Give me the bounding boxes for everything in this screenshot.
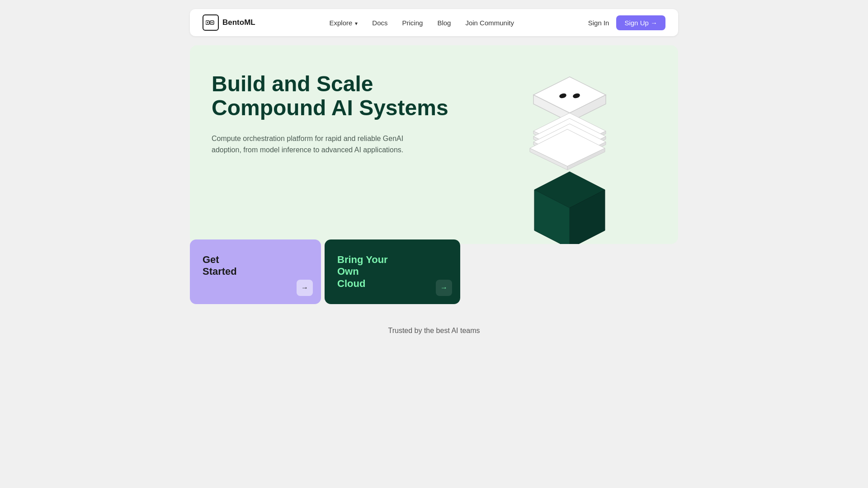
- explore-chevron-icon: [354, 19, 358, 27]
- hero-section: Build and Scale Compound AI Systems Comp…: [190, 45, 678, 244]
- nav-explore[interactable]: Explore: [329, 19, 358, 27]
- arrow-right-icon: →: [440, 284, 448, 292]
- hero-title: Build and Scale Compound AI Systems: [212, 72, 465, 120]
- nav-links: Explore Docs Pricing Blog Join Community: [329, 19, 514, 27]
- sign-up-button[interactable]: Sign Up →: [616, 15, 665, 30]
- svg-point-2: [207, 22, 208, 23]
- hero-content: Build and Scale Compound AI Systems Comp…: [212, 72, 465, 156]
- trusted-section: Trusted by the best AI teams: [190, 327, 678, 335]
- trusted-text: Trusted by the best AI teams: [190, 327, 678, 335]
- cta-get-started-title: Get Started: [203, 254, 308, 278]
- navbar: BentoML Explore Docs Pricing Blog Join C…: [190, 9, 678, 36]
- nav-auth: Sign In Sign Up →: [588, 15, 665, 30]
- nav-docs[interactable]: Docs: [372, 19, 387, 27]
- hero-description: Compute orchestration platform for rapid…: [212, 133, 410, 156]
- arrow-right-icon: →: [301, 284, 308, 292]
- cta-byoc-card[interactable]: Bring Your Own Cloud →: [325, 239, 460, 304]
- logo-text: BentoML: [222, 18, 255, 27]
- cta-cards-row: Get Started → Bring Your Own Cloud →: [190, 239, 678, 304]
- sign-in-button[interactable]: Sign In: [588, 19, 609, 27]
- cta-byoc-title: Bring Your Own Cloud: [337, 254, 448, 290]
- logo[interactable]: BentoML: [203, 14, 255, 31]
- cta-byoc-arrow-button[interactable]: →: [436, 280, 452, 296]
- nav-pricing[interactable]: Pricing: [402, 19, 423, 27]
- cta-get-started-card[interactable]: Get Started →: [190, 239, 321, 304]
- cta-get-started-arrow-button[interactable]: →: [297, 280, 313, 296]
- svg-point-3: [212, 22, 213, 23]
- nav-blog[interactable]: Blog: [437, 19, 451, 27]
- hero-illustration: [479, 54, 660, 244]
- logo-icon: [203, 14, 219, 31]
- nav-join-community[interactable]: Join Community: [465, 19, 514, 27]
